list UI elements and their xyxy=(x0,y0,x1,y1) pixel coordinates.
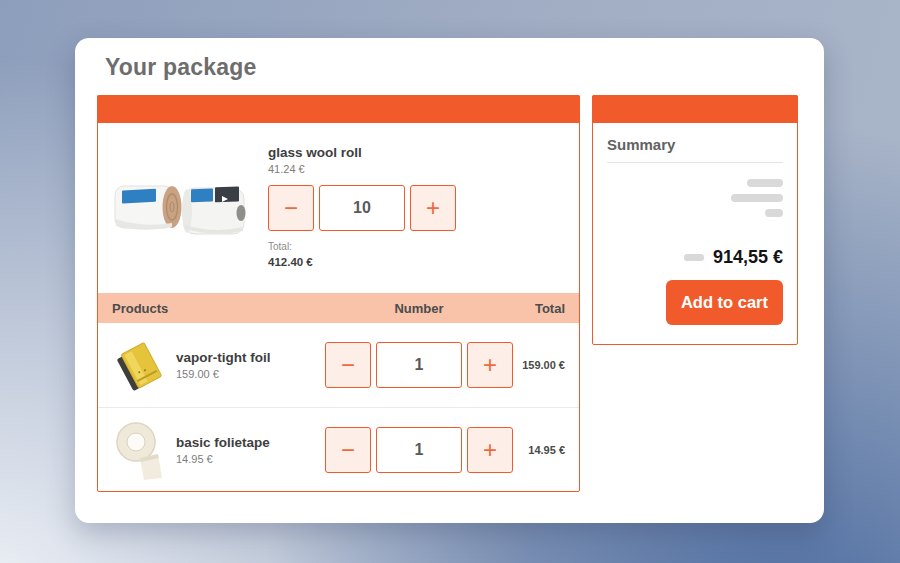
row-increase-button[interactable]: + xyxy=(467,427,513,473)
column-header-products: Products xyxy=(112,301,326,316)
row-total-value: 14.95 € xyxy=(528,444,565,456)
glass-wool-roll-image xyxy=(112,179,260,243)
skeleton-bar xyxy=(747,179,783,187)
row-decrease-button[interactable]: − xyxy=(325,342,371,388)
row-product-info: vapor-tight foil 159.00 € xyxy=(176,350,326,380)
summary-panel: Summary 914,55 € Add to cart xyxy=(592,95,798,345)
package-card: Your package xyxy=(75,38,824,523)
featured-quantity-stepper: − + xyxy=(268,185,456,231)
summary-skeleton-placeholder xyxy=(607,179,783,217)
row-product-info: basic folietape 14.95 € xyxy=(176,435,326,465)
price-placeholder-bar xyxy=(684,254,704,261)
column-header-total: Total xyxy=(535,301,565,316)
row-quantity-input[interactable] xyxy=(376,427,462,473)
featured-quantity-input[interactable] xyxy=(319,185,405,231)
summary-title: Summary xyxy=(607,136,783,163)
summary-panel-header-bar xyxy=(592,95,798,123)
page-title: Your package xyxy=(105,54,257,81)
row-quantity-input[interactable] xyxy=(376,342,462,388)
vapor-tight-foil-image xyxy=(112,335,168,395)
products-panel: glass wool roll 41.24 € − + Total: 412.4… xyxy=(97,95,580,492)
row-quantity-stepper: − + xyxy=(325,427,513,473)
row-total-value: 159.00 € xyxy=(522,359,565,371)
featured-product-name: glass wool roll xyxy=(268,145,456,160)
page-background: Your package xyxy=(0,0,900,563)
featured-total-label: Total: xyxy=(268,241,456,252)
row-unit-price: 14.95 € xyxy=(176,453,326,465)
add-to-cart-button[interactable]: Add to cart xyxy=(666,280,783,325)
skeleton-bar xyxy=(731,194,783,202)
row-decrease-button[interactable]: − xyxy=(325,427,371,473)
row-product-name: basic folietape xyxy=(176,435,326,450)
featured-product-row: glass wool roll 41.24 € − + Total: 412.4… xyxy=(98,123,579,293)
summary-total-price: 914,55 € xyxy=(713,247,783,268)
table-row: vapor-tight foil 159.00 € − + 159.00 € xyxy=(98,323,579,407)
column-header-number: Number xyxy=(394,301,443,316)
row-quantity-stepper: − + xyxy=(325,342,513,388)
skeleton-bar xyxy=(765,209,783,217)
row-unit-price: 159.00 € xyxy=(176,368,326,380)
row-product-name: vapor-tight foil xyxy=(176,350,326,365)
featured-decrease-button[interactable]: − xyxy=(268,185,314,231)
products-panel-header-bar xyxy=(97,95,580,123)
featured-increase-button[interactable]: + xyxy=(410,185,456,231)
products-table-header: Products Number Total xyxy=(98,293,579,323)
summary-price-row: 914,55 € xyxy=(607,247,783,268)
featured-total-value: 412.40 € xyxy=(268,256,456,268)
table-row: basic folietape 14.95 € − + 14.95 € xyxy=(98,407,579,491)
basic-folietape-image xyxy=(112,420,168,480)
featured-unit-price: 41.24 € xyxy=(268,163,456,175)
row-increase-button[interactable]: + xyxy=(467,342,513,388)
